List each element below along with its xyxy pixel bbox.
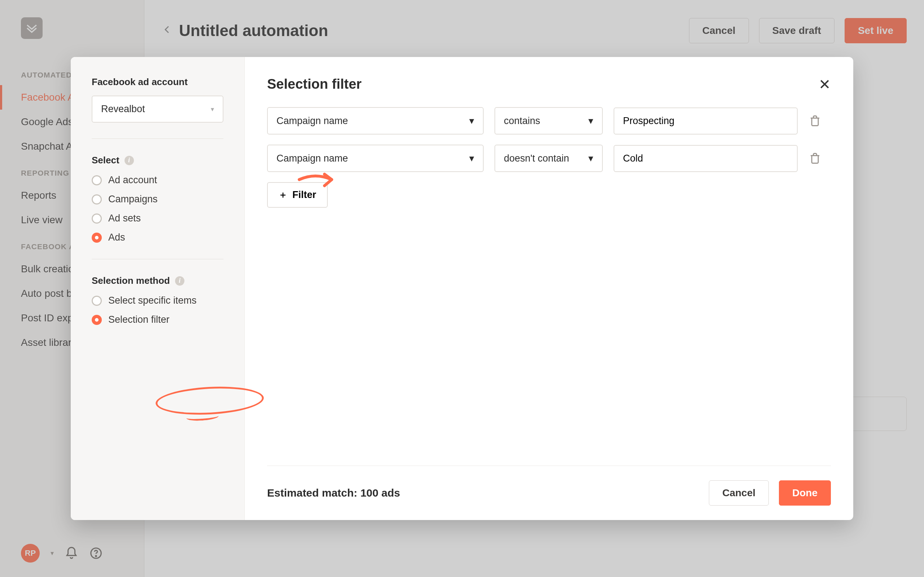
method-radio-group: Select specific items Selection filter [92, 295, 223, 325]
trash-icon[interactable] [809, 152, 822, 165]
info-icon[interactable]: i [124, 156, 134, 165]
filter-field-select[interactable]: Campaign name [267, 107, 484, 134]
ad-account-label: Facebook ad account [92, 76, 223, 88]
close-icon[interactable]: ✕ [819, 77, 831, 92]
plus-icon [279, 191, 287, 200]
filter-value-input[interactable] [614, 108, 798, 134]
info-icon[interactable]: i [175, 276, 184, 285]
chevron-down-icon [588, 115, 593, 127]
filter-row: Campaign name doesn't contain [267, 145, 831, 172]
modal-left-pane: Facebook ad account Revealbot Select i A… [71, 57, 245, 520]
selection-filter-modal: Facebook ad account Revealbot Select i A… [71, 57, 853, 520]
radio-select-specific[interactable]: Select specific items [92, 295, 223, 306]
select-label: Select [92, 155, 120, 166]
filter-row: Campaign name contains [267, 107, 831, 134]
trash-icon[interactable] [809, 114, 822, 127]
ad-account-select[interactable]: Revealbot [92, 95, 223, 122]
chevron-down-icon [588, 153, 593, 164]
selection-method-label: Selection method [92, 275, 170, 286]
filter-operator-select[interactable]: doesn't contain [494, 145, 603, 172]
chevron-down-icon [211, 105, 214, 113]
filter-field-select[interactable]: Campaign name [267, 145, 484, 172]
select-radio-group: Ad account Campaigns Ad sets Ads [92, 174, 223, 243]
radio-selection-filter[interactable]: Selection filter [92, 314, 223, 325]
radio-campaigns[interactable]: Campaigns [92, 193, 223, 205]
modal-right-pane: Selection filter ✕ Campaign name contain… [245, 57, 853, 520]
modal-done-button[interactable]: Done [779, 480, 831, 506]
radio-ads[interactable]: Ads [92, 232, 223, 243]
ad-account-value: Revealbot [101, 103, 145, 115]
add-filter-button[interactable]: Filter [267, 182, 328, 208]
filter-value-input[interactable] [614, 145, 798, 172]
modal-title: Selection filter [267, 76, 362, 92]
estimated-match: Estimated match: 100 ads [267, 487, 400, 499]
radio-ad-account[interactable]: Ad account [92, 174, 223, 186]
filter-operator-select[interactable]: contains [494, 107, 603, 134]
radio-ad-sets[interactable]: Ad sets [92, 213, 223, 224]
modal-cancel-button[interactable]: Cancel [709, 480, 769, 506]
chevron-down-icon [469, 115, 474, 127]
chevron-down-icon [469, 153, 474, 164]
